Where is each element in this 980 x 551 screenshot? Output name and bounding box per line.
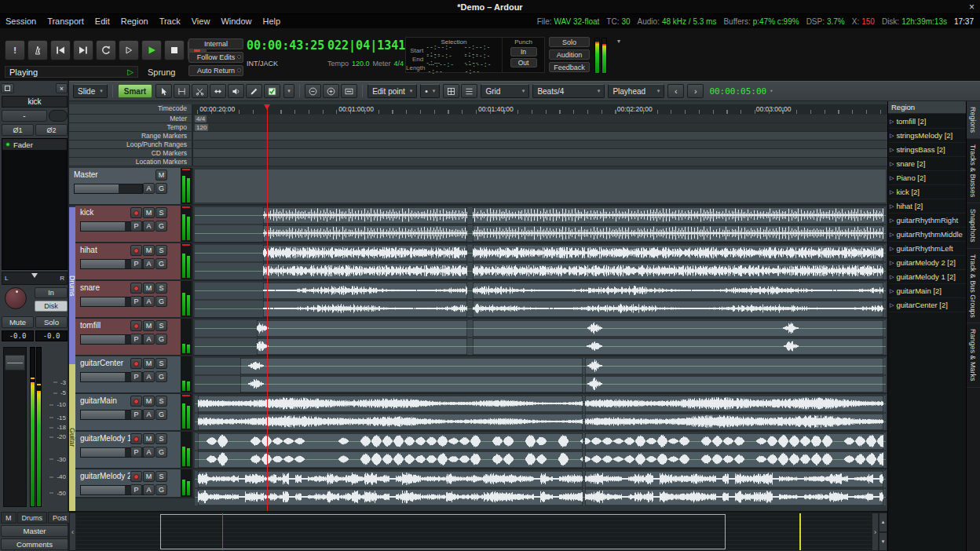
playhead-line[interactable] bbox=[267, 104, 268, 511]
track-p-button[interactable]: P bbox=[130, 484, 142, 495]
tempo-marker[interactable]: 120 bbox=[195, 124, 208, 131]
waveform-lane[interactable] bbox=[195, 489, 886, 505]
record-enable-button[interactable] bbox=[130, 358, 142, 369]
expand-arrow-icon[interactable]: ▷ bbox=[890, 302, 894, 308]
track-a-button[interactable]: A bbox=[143, 484, 155, 495]
waveform-lane[interactable] bbox=[195, 358, 886, 374]
record-enable-button[interactable] bbox=[130, 245, 142, 256]
region-list-item-guitarmain-2[interactable]: ▷guitarMain [2] bbox=[888, 284, 966, 298]
follow-edits-toggle-button[interactable]: Follow Edits bbox=[188, 52, 243, 63]
expand-arrow-icon[interactable]: ▷ bbox=[890, 175, 894, 181]
track-content-guitarcenter[interactable] bbox=[195, 356, 886, 392]
track-m-button[interactable]: M bbox=[155, 170, 167, 181]
expand-arrow-icon[interactable]: ▷ bbox=[890, 119, 894, 125]
track-g-button[interactable]: G bbox=[155, 296, 167, 307]
waveform-lane[interactable] bbox=[195, 283, 886, 299]
shuttle-mode-label[interactable]: Sprung bbox=[148, 68, 175, 77]
track-header-body[interactable]: tomfillMSPAG bbox=[75, 319, 181, 355]
region-list-item-guitarmelody-1-2[interactable]: ▷guitarMelody 1 [2] bbox=[888, 270, 966, 284]
track-content-snare[interactable] bbox=[195, 281, 886, 317]
play-selection-button[interactable] bbox=[119, 40, 139, 60]
region-list-item-guitarrhythmright[interactable]: ▷guitarRhythmRight bbox=[888, 213, 966, 228]
ruler-range-markers[interactable]: Range Markers bbox=[69, 132, 887, 140]
meter-value[interactable]: 4/4 bbox=[394, 60, 404, 68]
loop-button[interactable] bbox=[96, 40, 116, 60]
region-list-item-tomfill-2[interactable]: ▷tomfill [2] bbox=[888, 115, 966, 129]
track-name-label[interactable]: hihat bbox=[80, 246, 97, 254]
strip-grip-button[interactable] bbox=[1, 83, 14, 93]
gain-fader-handle[interactable] bbox=[5, 355, 25, 370]
track-a-button[interactable]: A bbox=[143, 447, 155, 458]
waveform-lane-canvas[interactable] bbox=[195, 414, 886, 430]
record-enable-button[interactable] bbox=[130, 320, 142, 331]
waveform-lane[interactable] bbox=[195, 301, 886, 317]
side-tab-regions[interactable]: Regions bbox=[967, 101, 980, 139]
waveform-lane[interactable] bbox=[195, 225, 886, 242]
track-m-button[interactable]: M bbox=[143, 320, 155, 331]
waveform-lane[interactable] bbox=[195, 396, 886, 412]
record-enable-button[interactable] bbox=[130, 433, 142, 444]
track-s-button[interactable]: S bbox=[155, 433, 167, 444]
snap-lines-button[interactable] bbox=[461, 84, 477, 98]
waveform-lane-canvas[interactable] bbox=[195, 433, 886, 450]
snap-grid-button[interactable] bbox=[443, 84, 459, 98]
track-m-button[interactable]: M bbox=[143, 207, 155, 218]
summary-zoom-in-button[interactable]: ▴ bbox=[879, 513, 887, 532]
stretch-tool-button[interactable] bbox=[210, 84, 226, 98]
audition-tool-button[interactable] bbox=[228, 84, 244, 98]
waveform-lane-canvas[interactable] bbox=[195, 320, 886, 337]
region-list-item-guitarrhythmleft[interactable]: ▷guitarRhythmLeft bbox=[888, 242, 966, 256]
waveform-lane-canvas[interactable] bbox=[195, 207, 886, 224]
track-s-button[interactable]: S bbox=[155, 471, 167, 482]
track-s-button[interactable]: S bbox=[155, 396, 167, 407]
track-p-button[interactable]: P bbox=[130, 409, 142, 420]
waveform-lane-canvas[interactable] bbox=[195, 245, 886, 261]
waveform-lane[interactable] bbox=[195, 320, 886, 337]
track-content-guitarmain[interactable] bbox=[195, 394, 886, 430]
expand-arrow-icon[interactable]: ▷ bbox=[890, 189, 894, 195]
track-g-button[interactable]: G bbox=[155, 334, 167, 345]
cut-tool-button[interactable] bbox=[192, 84, 208, 98]
selection-length-value-2[interactable]: --:--:--:-- bbox=[465, 61, 498, 75]
tool-options-dropdown[interactable]: ▾ bbox=[283, 84, 294, 98]
strip-track-name[interactable]: kick bbox=[2, 96, 68, 108]
record-enable-button[interactable] bbox=[130, 471, 142, 482]
track-a-button[interactable]: A bbox=[143, 296, 155, 307]
waveform-lane[interactable] bbox=[195, 414, 886, 430]
side-tab-snapshots[interactable]: Snapshots bbox=[967, 203, 980, 249]
menu-help[interactable]: Help bbox=[258, 16, 287, 26]
strip-tab-post[interactable]: Post bbox=[48, 512, 71, 524]
side-tab-ranges-marks[interactable]: Ranges & Marks bbox=[967, 323, 980, 388]
record-enable-button[interactable] bbox=[130, 396, 142, 407]
track-p-button[interactable]: P bbox=[130, 334, 142, 345]
summary-scroll-left-button[interactable]: ‹ bbox=[69, 513, 76, 551]
menu-transport[interactable]: Transport bbox=[42, 16, 90, 26]
track-a-button[interactable]: A bbox=[143, 258, 155, 269]
track-header-body[interactable]: hihatMSPAG bbox=[75, 243, 181, 279]
menu-region[interactable]: Region bbox=[115, 16, 154, 26]
processor-box[interactable]: Fader bbox=[2, 138, 68, 270]
track-header-body[interactable]: guitarMelody 2MSPAG bbox=[75, 469, 181, 497]
monitor-disk-button[interactable]: Disk bbox=[35, 301, 68, 312]
comments-button[interactable]: Comments bbox=[1, 538, 68, 550]
expand-arrow-icon[interactable]: ▷ bbox=[890, 288, 894, 294]
waveform-lane[interactable] bbox=[195, 338, 886, 355]
summary-overview[interactable] bbox=[76, 513, 872, 550]
track-s-button[interactable]: S bbox=[155, 245, 167, 256]
internal-toggle-button[interactable]: Internal bbox=[188, 38, 243, 49]
menu-view[interactable]: View bbox=[186, 16, 216, 26]
waveform-lane-canvas[interactable] bbox=[195, 283, 886, 299]
ruler-content-meter[interactable]: 4/4 bbox=[193, 115, 887, 122]
strip-close-button[interactable]: × bbox=[56, 83, 68, 93]
metronome-button[interactable] bbox=[27, 40, 48, 60]
track-g-button[interactable]: G bbox=[155, 183, 167, 194]
goto-start-button[interactable] bbox=[50, 40, 71, 60]
region-list-item-snare-2[interactable]: ▷snare [2] bbox=[888, 157, 966, 171]
track-g-button[interactable]: G bbox=[155, 409, 167, 420]
phase-1-button[interactable]: Ø1 bbox=[2, 124, 34, 136]
processor-active-led-icon[interactable] bbox=[5, 142, 10, 147]
playhead-marker-icon[interactable] bbox=[264, 104, 270, 110]
stop-button[interactable] bbox=[164, 40, 185, 60]
expand-arrow-icon[interactable]: ▷ bbox=[890, 133, 894, 139]
strip-tab-m[interactable]: M bbox=[1, 512, 16, 524]
